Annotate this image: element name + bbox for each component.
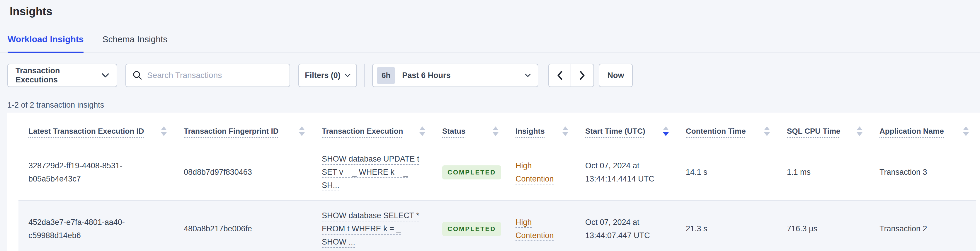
tab-workload-insights[interactable]: Workload Insights bbox=[8, 34, 84, 53]
sort-icon[interactable] bbox=[493, 126, 498, 136]
cell-start-time: Oct 07, 2024 at 13:44:14.4414 UTC bbox=[575, 144, 676, 201]
execution-type-label: Transaction Executions bbox=[16, 66, 102, 85]
time-next-button[interactable] bbox=[571, 64, 594, 87]
transaction-execution-link[interactable]: SHOW database UPDATE t SET v = _ WHERE k… bbox=[322, 155, 419, 190]
cell-latest-execution-id: 328729d2-ff19-4408-8531-b05a5b4e43c7 bbox=[19, 144, 174, 201]
search-input[interactable] bbox=[147, 71, 283, 80]
cell-latest-execution-id: 452da3e7-e7fa-4801-aa40-c59988d14eb6 bbox=[19, 201, 174, 251]
table-row: 452da3e7-e7fa-4801-aa40-c59988d14eb6 480… bbox=[19, 201, 976, 251]
column-header-application-name[interactable]: Application Name bbox=[870, 113, 976, 144]
time-range-picker[interactable]: 6h Past 6 Hours bbox=[372, 64, 538, 87]
cell-contention-time: 14.1 s bbox=[676, 144, 777, 201]
column-header-contention-time[interactable]: Contention Time bbox=[676, 113, 777, 144]
filters-label: Filters (0) bbox=[305, 71, 340, 80]
status-badge: COMPLETED bbox=[442, 222, 501, 236]
column-header-latest-execution-id[interactable]: Latest Transaction Execution ID bbox=[19, 113, 174, 144]
chevron-down-icon bbox=[345, 74, 350, 77]
execution-type-dropdown[interactable]: Transaction Executions bbox=[7, 64, 117, 87]
column-header-status[interactable]: Status bbox=[432, 113, 506, 144]
cell-transaction-execution: SHOW database UPDATE t SET v = _ WHERE k… bbox=[312, 144, 432, 201]
cell-fingerprint-id: 08d8b7d97f830463 bbox=[174, 144, 312, 201]
column-header-start-time[interactable]: Start Time (UTC) bbox=[575, 113, 676, 144]
cell-application-name: Transaction 3 bbox=[870, 144, 976, 201]
chevron-right-icon bbox=[580, 71, 585, 80]
column-header-transaction-execution[interactable]: Transaction Execution bbox=[312, 113, 432, 144]
insights-tabbar: Workload Insights Schema Insights bbox=[0, 34, 980, 53]
toolbar: Transaction Executions Filters (0) 6h Pa… bbox=[7, 64, 980, 87]
column-header-sql-cpu-time[interactable]: SQL CPU Time bbox=[777, 113, 870, 144]
search-box[interactable] bbox=[126, 64, 290, 87]
high-contention-link[interactable]: High Contention bbox=[515, 161, 554, 183]
column-header-fingerprint-id[interactable]: Transaction Fingerprint ID bbox=[174, 113, 312, 144]
table-header-row: Latest Transaction Execution ID Transact… bbox=[19, 113, 976, 144]
cell-status: COMPLETED bbox=[432, 201, 506, 251]
cell-sql-cpu-time: 1.1 ms bbox=[777, 144, 870, 201]
tab-schema-insights[interactable]: Schema Insights bbox=[102, 34, 167, 53]
insights-table-card: Latest Transaction Execution ID Transact… bbox=[7, 113, 980, 251]
sort-icon[interactable] bbox=[857, 126, 862, 136]
sort-icon[interactable] bbox=[562, 126, 568, 136]
time-range-label: Past 6 Hours bbox=[402, 71, 450, 80]
now-button[interactable]: Now bbox=[599, 64, 633, 87]
transaction-insights-table: Latest Transaction Execution ID Transact… bbox=[19, 113, 976, 251]
sort-icon[interactable] bbox=[764, 126, 770, 136]
chevron-down-icon bbox=[525, 74, 531, 77]
page-title: Insights bbox=[10, 5, 980, 18]
cell-start-time: Oct 07, 2024 at 13:44:07.447 UTC bbox=[575, 201, 676, 251]
sort-icon[interactable] bbox=[161, 126, 167, 136]
sort-icon[interactable] bbox=[663, 126, 669, 136]
sort-icon[interactable] bbox=[963, 126, 969, 136]
transaction-execution-link[interactable]: SHOW database SELECT * FROM t WHERE k = … bbox=[322, 211, 419, 246]
results-count: 1-2 of 2 transaction insights bbox=[7, 101, 980, 110]
time-interval-badge: 6h bbox=[377, 67, 395, 84]
cell-transaction-execution: SHOW database SELECT * FROM t WHERE k = … bbox=[312, 201, 432, 251]
status-badge: COMPLETED bbox=[442, 165, 501, 179]
sort-icon[interactable] bbox=[419, 126, 425, 136]
chevron-down-icon bbox=[102, 73, 109, 78]
cell-insights: High Contention bbox=[506, 201, 575, 251]
cell-fingerprint-id: 480a8b217be006fe bbox=[174, 201, 312, 251]
column-header-insights[interactable]: Insights bbox=[506, 113, 575, 144]
cell-status: COMPLETED bbox=[432, 144, 506, 201]
time-prev-button[interactable] bbox=[548, 64, 571, 87]
toolbar-divider bbox=[364, 64, 365, 87]
search-icon bbox=[132, 70, 142, 80]
time-window-nav bbox=[548, 64, 594, 87]
chevron-left-icon bbox=[557, 71, 562, 80]
cell-application-name: Transaction 2 bbox=[870, 201, 976, 251]
cell-insights: High Contention bbox=[506, 144, 575, 201]
table-row: 328729d2-ff19-4408-8531-b05a5b4e43c7 08d… bbox=[19, 144, 976, 201]
high-contention-link[interactable]: High Contention bbox=[515, 218, 554, 240]
sort-icon[interactable] bbox=[299, 126, 305, 136]
cell-sql-cpu-time: 716.3 µs bbox=[777, 201, 870, 251]
filters-button[interactable]: Filters (0) bbox=[298, 64, 357, 87]
cell-contention-time: 21.3 s bbox=[676, 201, 777, 251]
